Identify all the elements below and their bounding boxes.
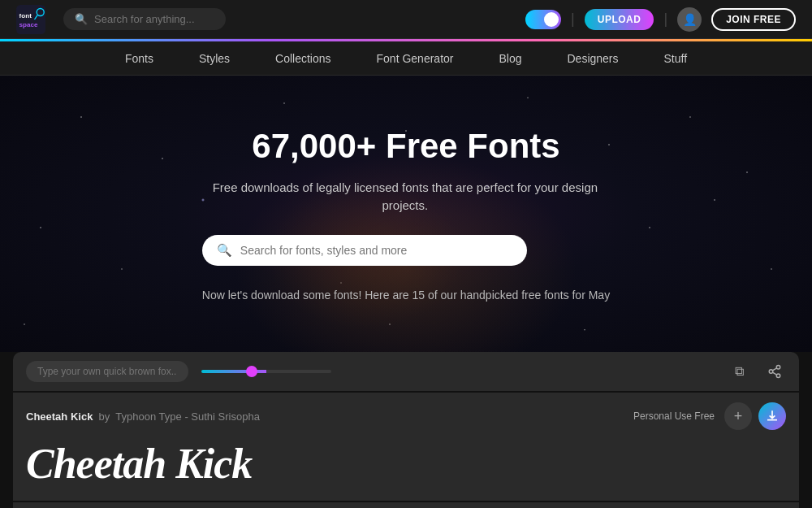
share-icon[interactable] <box>763 360 786 383</box>
font-name-cheetah: Cheetah Kick by Typhoon Type - Suthi Sri… <box>26 410 260 423</box>
nav-item-fonts[interactable]: Fonts <box>102 41 176 76</box>
handpicked-text: Now let's download some fonts! Here are … <box>202 289 610 302</box>
nav-item-collections[interactable]: Collections <box>253 41 353 76</box>
font-badge-cheetah: Personal Use Free <box>633 410 715 422</box>
svg-text:space: space <box>19 21 38 28</box>
nav-item-font-generator[interactable]: Font Generator <box>354 41 477 76</box>
logo[interactable]: font space <box>16 5 45 34</box>
hero-content: 67,000+ Free Fonts Free downloads of leg… <box>202 127 610 302</box>
font-size-slider[interactable] <box>201 370 331 373</box>
nav-item-stuff[interactable]: Stuff <box>641 41 710 76</box>
download-font-cheetah-button[interactable] <box>758 402 786 430</box>
theme-toggle[interactable] <box>525 10 561 29</box>
copy-icon[interactable]: ⧉ <box>728 360 750 383</box>
hero-search-input[interactable] <box>240 244 512 257</box>
svg-point-6 <box>776 374 780 378</box>
top-search-input[interactable] <box>94 13 208 25</box>
top-search-bar[interactable]: 🔍 <box>63 8 226 30</box>
fonts-section: ⧉ Cheetah Kick by Typhoon Type - Suthi S… <box>0 352 812 508</box>
join-free-button[interactable]: JOIN FREE <box>711 8 796 31</box>
avatar[interactable]: 👤 <box>677 7 702 32</box>
font-actions-cheetah: + <box>724 402 786 430</box>
separator-1: | <box>571 11 575 28</box>
upload-button[interactable]: UPLOAD <box>585 9 654 30</box>
separator-2: | <box>663 11 667 28</box>
nav-item-styles[interactable]: Styles <box>176 41 253 76</box>
font-controls-bar: ⧉ <box>13 352 799 391</box>
hero-search-icon: 🔍 <box>217 243 232 258</box>
font-card-header-cheetah: Cheetah Kick by Typhoon Type - Suthi Sri… <box>26 402 786 430</box>
font-card-australia: Australia by Inermedia Studio Personal U… <box>13 502 799 508</box>
nav-item-blog[interactable]: Blog <box>476 41 544 76</box>
svg-text:font: font <box>19 12 32 20</box>
top-navigation-bar: font space 🔍 | UPLOAD | 👤 JOIN FREE <box>0 0 812 39</box>
svg-line-7 <box>772 372 776 375</box>
font-preview-cheetah: Cheetah Kick <box>26 436 786 491</box>
size-slider-container <box>201 370 451 373</box>
svg-line-8 <box>772 368 776 371</box>
hero-title: 67,000+ Free Fonts <box>202 127 610 166</box>
svg-point-5 <box>769 370 773 374</box>
font-preview-input[interactable] <box>26 361 188 382</box>
font-card-cheetah-kick: Cheetah Kick by Typhoon Type - Suthi Sri… <box>13 393 799 501</box>
nav-item-designers[interactable]: Designers <box>545 41 641 76</box>
secondary-navigation: Fonts Styles Collections Font Generator … <box>0 41 812 76</box>
svg-point-4 <box>776 366 780 370</box>
hero-subtitle: Free downloads of legally licensed fonts… <box>202 179 608 215</box>
add-font-cheetah-button[interactable]: + <box>724 402 752 430</box>
search-icon: 🔍 <box>75 13 88 25</box>
hero-section: 67,000+ Free Fonts Free downloads of leg… <box>0 76 812 352</box>
hero-search-bar[interactable]: 🔍 <box>202 235 527 266</box>
